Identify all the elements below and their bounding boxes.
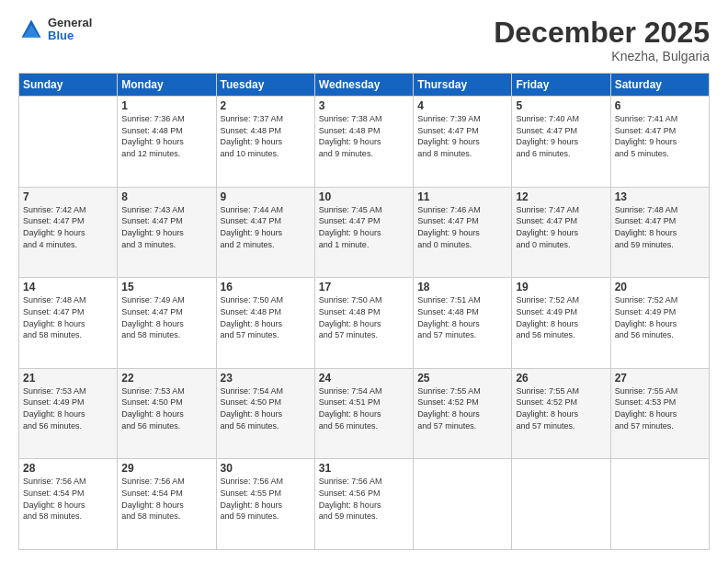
- day-info: Sunrise: 7:55 AMSunset: 4:52 PMDaylight:…: [417, 385, 507, 431]
- title-area: December 2025 Knezha, Bulgaria: [494, 17, 710, 63]
- day-number: 1: [121, 99, 211, 112]
- day-number: 8: [121, 190, 211, 203]
- header-saturday: Saturday: [610, 74, 709, 97]
- day-info: Sunrise: 7:54 AMSunset: 4:51 PMDaylight:…: [319, 385, 409, 431]
- day-info: Sunrise: 7:53 AMSunset: 4:49 PMDaylight:…: [23, 385, 113, 431]
- day-info: Sunrise: 7:55 AMSunset: 4:52 PMDaylight:…: [516, 385, 606, 431]
- day-cell: 21Sunrise: 7:53 AMSunset: 4:49 PMDayligh…: [19, 368, 118, 459]
- day-cell: [19, 97, 118, 188]
- day-cell: 14Sunrise: 7:48 AMSunset: 4:47 PMDayligh…: [19, 278, 118, 369]
- day-info: Sunrise: 7:49 AMSunset: 4:47 PMDaylight:…: [121, 294, 211, 340]
- day-cell: 22Sunrise: 7:53 AMSunset: 4:50 PMDayligh…: [118, 368, 216, 459]
- day-cell: 2Sunrise: 7:37 AMSunset: 4:48 PMDaylight…: [216, 97, 314, 188]
- day-cell: 25Sunrise: 7:55 AMSunset: 4:52 PMDayligh…: [414, 368, 512, 459]
- day-info: Sunrise: 7:36 AMSunset: 4:48 PMDaylight:…: [121, 113, 211, 159]
- logo-text: General Blue: [48, 17, 92, 43]
- day-number: 20: [615, 281, 705, 293]
- day-cell: 24Sunrise: 7:54 AMSunset: 4:51 PMDayligh…: [314, 368, 413, 459]
- week-row-1: 1Sunrise: 7:36 AMSunset: 4:48 PMDaylight…: [19, 97, 710, 188]
- day-cell: 31Sunrise: 7:56 AMSunset: 4:56 PMDayligh…: [314, 459, 413, 550]
- day-cell: 7Sunrise: 7:42 AMSunset: 4:47 PMDaylight…: [19, 187, 118, 278]
- day-info: Sunrise: 7:52 AMSunset: 4:49 PMDaylight:…: [615, 294, 705, 340]
- logo-blue-text: Blue: [48, 29, 92, 42]
- day-cell: 27Sunrise: 7:55 AMSunset: 4:53 PMDayligh…: [610, 368, 709, 459]
- day-info: Sunrise: 7:38 AMSunset: 4:48 PMDaylight:…: [319, 113, 409, 159]
- day-cell: 23Sunrise: 7:54 AMSunset: 4:50 PMDayligh…: [216, 368, 314, 459]
- day-number: 23: [221, 372, 311, 385]
- day-number: 3: [319, 99, 409, 112]
- calendar-table: Sunday Monday Tuesday Wednesday Thursday…: [18, 73, 710, 550]
- day-cell: 12Sunrise: 7:47 AMSunset: 4:47 PMDayligh…: [512, 187, 610, 278]
- day-cell: 11Sunrise: 7:46 AMSunset: 4:47 PMDayligh…: [414, 187, 512, 278]
- day-info: Sunrise: 7:48 AMSunset: 4:47 PMDaylight:…: [23, 294, 113, 340]
- week-row-2: 7Sunrise: 7:42 AMSunset: 4:47 PMDaylight…: [19, 187, 710, 278]
- day-number: 12: [516, 190, 606, 203]
- day-cell: 29Sunrise: 7:56 AMSunset: 4:54 PMDayligh…: [118, 459, 216, 550]
- day-cell: 17Sunrise: 7:50 AMSunset: 4:48 PMDayligh…: [314, 278, 413, 369]
- day-number: 4: [417, 99, 507, 112]
- day-number: 22: [121, 372, 211, 385]
- day-number: 11: [417, 190, 507, 203]
- day-cell: 13Sunrise: 7:48 AMSunset: 4:47 PMDayligh…: [610, 187, 709, 278]
- day-number: 19: [516, 281, 606, 293]
- week-row-5: 28Sunrise: 7:56 AMSunset: 4:54 PMDayligh…: [19, 459, 710, 550]
- day-cell: 28Sunrise: 7:56 AMSunset: 4:54 PMDayligh…: [19, 459, 118, 550]
- day-info: Sunrise: 7:45 AMSunset: 4:47 PMDaylight:…: [319, 204, 409, 250]
- day-info: Sunrise: 7:41 AMSunset: 4:47 PMDaylight:…: [615, 113, 705, 159]
- day-info: Sunrise: 7:43 AMSunset: 4:47 PMDaylight:…: [121, 204, 211, 250]
- day-number: 18: [417, 281, 507, 293]
- day-info: Sunrise: 7:47 AMSunset: 4:47 PMDaylight:…: [516, 204, 606, 250]
- day-cell: 1Sunrise: 7:36 AMSunset: 4:48 PMDaylight…: [118, 97, 216, 188]
- day-number: 30: [221, 462, 311, 475]
- day-info: Sunrise: 7:56 AMSunset: 4:56 PMDaylight:…: [319, 476, 409, 522]
- header-sunday: Sunday: [19, 74, 118, 97]
- day-info: Sunrise: 7:39 AMSunset: 4:47 PMDaylight:…: [417, 113, 507, 159]
- day-info: Sunrise: 7:56 AMSunset: 4:54 PMDaylight:…: [23, 476, 113, 522]
- day-number: 5: [516, 99, 606, 112]
- day-cell: 20Sunrise: 7:52 AMSunset: 4:49 PMDayligh…: [610, 278, 709, 369]
- day-info: Sunrise: 7:40 AMSunset: 4:47 PMDaylight:…: [516, 113, 606, 159]
- day-cell: 16Sunrise: 7:50 AMSunset: 4:48 PMDayligh…: [216, 278, 314, 369]
- day-number: 7: [23, 190, 113, 203]
- day-info: Sunrise: 7:48 AMSunset: 4:47 PMDaylight:…: [615, 204, 705, 250]
- day-number: 16: [221, 281, 311, 293]
- day-info: Sunrise: 7:54 AMSunset: 4:50 PMDaylight:…: [221, 385, 311, 431]
- day-number: 27: [615, 372, 705, 385]
- day-info: Sunrise: 7:37 AMSunset: 4:48 PMDaylight:…: [221, 113, 311, 159]
- day-cell: 18Sunrise: 7:51 AMSunset: 4:48 PMDayligh…: [414, 278, 512, 369]
- day-number: 2: [221, 99, 311, 112]
- day-info: Sunrise: 7:50 AMSunset: 4:48 PMDaylight:…: [221, 294, 311, 340]
- day-number: 17: [319, 281, 409, 293]
- header-thursday: Thursday: [414, 74, 512, 97]
- logo-general-text: General: [48, 17, 92, 29]
- day-info: Sunrise: 7:50 AMSunset: 4:48 PMDaylight:…: [319, 294, 409, 340]
- day-number: 28: [23, 462, 113, 475]
- day-number: 14: [23, 281, 113, 293]
- header: General Blue December 2025 Knezha, Bulga…: [18, 17, 710, 63]
- day-number: 31: [319, 462, 409, 475]
- day-number: 15: [121, 281, 211, 293]
- day-number: 10: [319, 190, 409, 203]
- week-row-3: 14Sunrise: 7:48 AMSunset: 4:47 PMDayligh…: [19, 278, 710, 369]
- header-friday: Friday: [512, 74, 610, 97]
- day-cell: 26Sunrise: 7:55 AMSunset: 4:52 PMDayligh…: [512, 368, 610, 459]
- day-number: 29: [121, 462, 211, 475]
- header-tuesday: Tuesday: [216, 74, 314, 97]
- day-info: Sunrise: 7:51 AMSunset: 4:48 PMDaylight:…: [417, 294, 507, 340]
- day-number: 13: [615, 190, 705, 203]
- day-number: 25: [417, 372, 507, 385]
- day-number: 26: [516, 372, 606, 385]
- day-cell: 9Sunrise: 7:44 AMSunset: 4:47 PMDaylight…: [216, 187, 314, 278]
- day-cell: [512, 459, 610, 550]
- day-cell: 10Sunrise: 7:45 AMSunset: 4:47 PMDayligh…: [314, 187, 413, 278]
- header-monday: Monday: [118, 74, 216, 97]
- day-info: Sunrise: 7:53 AMSunset: 4:50 PMDaylight:…: [121, 385, 211, 431]
- day-number: 6: [615, 99, 705, 112]
- day-info: Sunrise: 7:56 AMSunset: 4:54 PMDaylight:…: [121, 476, 211, 522]
- day-info: Sunrise: 7:42 AMSunset: 4:47 PMDaylight:…: [23, 204, 113, 250]
- calendar-page: General Blue December 2025 Knezha, Bulga…: [0, 0, 728, 563]
- day-info: Sunrise: 7:52 AMSunset: 4:49 PMDaylight:…: [516, 294, 606, 340]
- day-number: 9: [221, 190, 311, 203]
- day-cell: 8Sunrise: 7:43 AMSunset: 4:47 PMDaylight…: [118, 187, 216, 278]
- day-cell: 19Sunrise: 7:52 AMSunset: 4:49 PMDayligh…: [512, 278, 610, 369]
